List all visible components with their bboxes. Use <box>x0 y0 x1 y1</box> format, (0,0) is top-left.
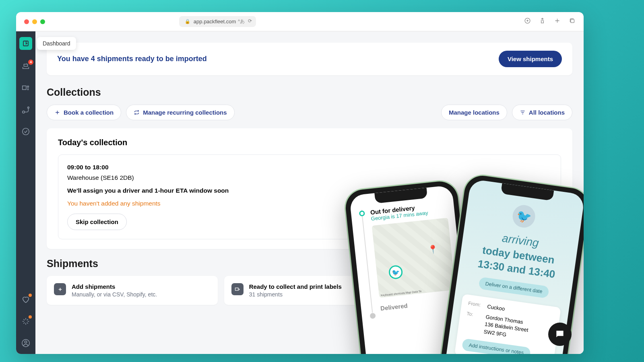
svg-point-4 <box>27 86 29 88</box>
sidebar-tooltip: Dashboard <box>37 37 76 50</box>
svg-rect-3 <box>23 86 26 90</box>
sidebar-item-shipments[interactable] <box>21 83 31 93</box>
collection-location: Warehouse (SE16 2DB) <box>67 174 552 181</box>
heart-icon <box>21 295 30 304</box>
tabs-icon[interactable] <box>569 17 576 26</box>
badge: 4 <box>28 60 33 65</box>
sparkle-icon <box>21 317 30 326</box>
sidebar-item-magic[interactable] <box>21 316 31 327</box>
notification-dot <box>29 315 32 319</box>
eta-notice: We'll assign you a driver and 1-hour ETA… <box>67 187 552 194</box>
svg-rect-1 <box>571 19 574 23</box>
add-instructions-chip[interactable]: Add instructions or notes <box>462 338 531 354</box>
main-content: You have 4 shipments ready to be importe… <box>35 31 584 354</box>
sidebar-item-dashboard[interactable] <box>19 37 32 50</box>
lock-icon: 🔒 <box>185 19 190 24</box>
check-circle-icon <box>21 127 30 136</box>
sidebar: Dashboard 4 <box>16 31 35 354</box>
sidebar-item-favorites[interactable] <box>21 294 31 305</box>
book-collection-button[interactable]: Book a collection <box>47 105 121 120</box>
sidebar-item-locations[interactable] <box>21 105 31 115</box>
svg-rect-11 <box>413 288 415 290</box>
recurring-icon <box>134 109 140 115</box>
sidebar-item-complete[interactable] <box>21 126 31 137</box>
no-shipments-warning: You haven't added any shipments <box>67 200 552 207</box>
window-close-icon[interactable] <box>24 19 29 24</box>
chat-icon <box>555 329 565 339</box>
shipment-card-add[interactable]: Add shipmentsManually, or via CSV, Shopi… <box>47 276 218 305</box>
translate-icon[interactable]: ᴬあ <box>238 18 245 25</box>
all-locations-button[interactable]: All locations <box>512 105 572 120</box>
svg-point-7 <box>23 128 29 135</box>
shipments-heading: Shipments <box>47 258 572 269</box>
window-maximize-icon[interactable] <box>40 19 45 24</box>
collections-heading: Collections <box>47 86 572 98</box>
chat-widget-button[interactable] <box>548 323 572 346</box>
share-icon[interactable] <box>539 17 546 26</box>
label-icon <box>231 283 244 295</box>
today-title: Today's collection <box>58 138 561 147</box>
user-icon <box>21 339 30 348</box>
svg-point-8 <box>25 341 27 343</box>
skip-collection-button[interactable]: Skip collection <box>67 214 127 230</box>
url-bar[interactable]: 🔒 app.packfleet.com ᴬあ⟳ <box>179 16 256 27</box>
route-icon <box>21 105 30 114</box>
import-banner: You have 4 shipments ready to be importe… <box>47 43 572 75</box>
svg-point-12 <box>415 288 417 290</box>
url-text: app.packfleet.com <box>194 19 236 25</box>
shipment-card-ready[interactable]: Ready to collect and print labels31 ship… <box>224 276 395 305</box>
filter-icon <box>520 109 526 115</box>
transit-icon <box>409 283 421 295</box>
svg-point-5 <box>23 111 25 113</box>
sidebar-item-import[interactable]: 4 <box>21 61 31 72</box>
browser-chrome: 🔒 app.packfleet.com ᴬあ⟳ <box>16 12 584 31</box>
todays-collection-card: Today's collection 09:00 to 18:00 Wareho… <box>47 128 572 249</box>
svg-rect-10 <box>235 288 239 290</box>
shipment-card-transit[interactable]: On their way29 shipments <box>401 276 572 305</box>
plus-icon <box>54 109 60 115</box>
notification-dot <box>29 294 32 297</box>
manage-locations-button[interactable]: Manage locations <box>441 105 507 120</box>
dashboard-icon <box>22 40 29 47</box>
collection-time: 09:00 to 18:00 <box>67 164 552 171</box>
downloads-icon[interactable] <box>524 17 531 26</box>
svg-point-6 <box>28 107 29 109</box>
sidebar-item-profile[interactable] <box>21 338 31 348</box>
window-minimize-icon[interactable] <box>32 19 37 24</box>
plus-square-icon <box>54 283 66 295</box>
reload-icon[interactable]: ⟳ <box>248 18 252 25</box>
banner-text: You have 4 shipments ready to be importe… <box>57 55 207 63</box>
package-person-icon <box>21 84 30 93</box>
manage-recurring-button[interactable]: Manage recurring collections <box>126 105 234 120</box>
view-shipments-button[interactable]: View shipments <box>499 51 562 67</box>
new-tab-icon[interactable] <box>554 17 561 26</box>
